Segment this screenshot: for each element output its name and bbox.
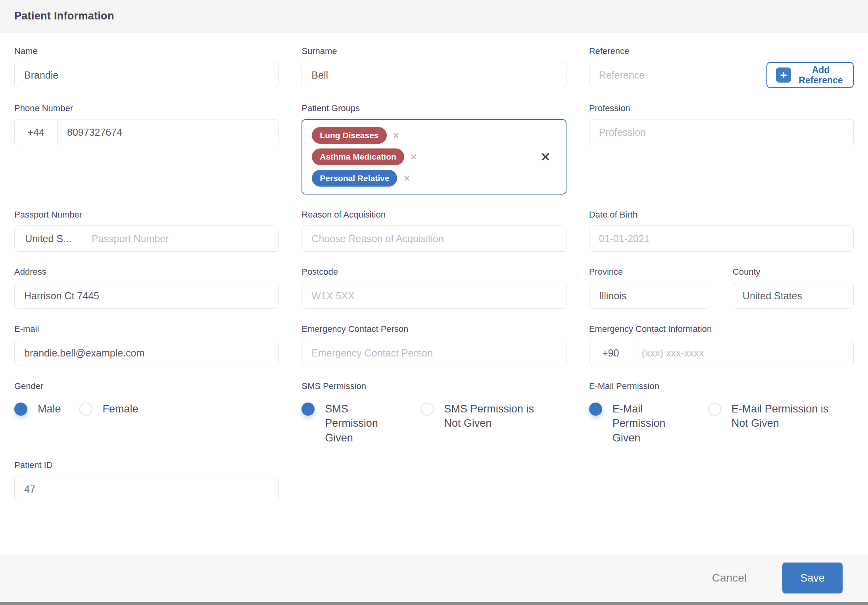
radio-selected-icon [589,403,602,416]
province-label: Province [589,267,710,277]
phone-country-code-select[interactable]: +44 [15,119,58,145]
name-field-group: Name [14,46,279,88]
save-button[interactable]: Save [782,563,843,593]
form-footer: Cancel Save [0,554,868,602]
postcode-field-group: Postcode [301,267,566,309]
email-input[interactable] [14,340,279,366]
patient-information-form: Patient Information Name Surname Referen… [0,0,868,605]
county-label: County [733,267,854,277]
surname-label: Surname [301,46,566,56]
patient-group-tag: Asthma Medication [312,148,404,165]
remove-tag-icon[interactable]: ✕ [403,174,410,183]
surname-field-group: Surname [301,46,566,88]
patient-groups-select[interactable]: Lung Diseases ✕ Asthma Medication ✕ Pers… [301,119,566,195]
dob-field-group: Date of Birth [589,210,854,252]
phone-label: Phone Number [14,103,279,114]
patient-group-tag: Personal Relative [312,170,397,187]
phone-input[interactable] [58,119,278,145]
address-input[interactable] [14,283,279,309]
profession-field-group: Profession [589,103,854,145]
name-label: Name [14,46,279,56]
dob-input[interactable] [589,225,854,252]
patient-group-tag-row: Asthma Medication ✕ [312,148,556,165]
reason-select[interactable] [301,225,566,252]
email-permission-given-radio[interactable]: E-Mail Permission Given [589,402,708,445]
remove-tag-icon[interactable]: ✕ [411,152,417,162]
province-input[interactable] [589,283,710,309]
province-field-group: Province [589,267,710,309]
patient-id-label: Patient ID [14,460,279,470]
sms-permission-field-group: SMS Permission SMS Permission Given SMS … [301,381,566,445]
passport-input[interactable] [82,226,278,251]
gender-female-radio[interactable]: Female [79,402,138,416]
county-input[interactable] [733,283,854,309]
gender-label: Gender [14,381,279,391]
dob-label: Date of Birth [589,210,854,220]
email-permission-label: E-Mail Permission [589,381,854,391]
clear-all-icon[interactable]: ✕ [541,150,551,164]
form-content: Name Surname Reference + Add Reference [0,33,868,502]
radio-unselected-icon [79,403,92,416]
reference-label: Reference [589,46,854,56]
gender-male-radio[interactable]: Male [14,402,61,416]
gender-field-group: Gender Male Female [14,381,279,416]
passport-field-group: Passport Number United S... [14,210,279,252]
radio-unselected-icon [708,403,721,416]
email-label: E-mail [14,324,279,334]
radio-unselected-icon [421,403,434,416]
county-field-group: County [733,267,854,309]
emergency-person-input[interactable] [301,340,566,366]
radio-selected-icon [301,403,315,416]
patient-group-tag: Lung Diseases [312,127,386,144]
bottom-scrollbar[interactable] [0,602,868,605]
add-reference-label: Add Reference [797,65,844,86]
sms-permission-radio-group: SMS Permission Given SMS Permission is N… [301,402,566,445]
reference-input[interactable] [589,62,767,88]
patient-id-input[interactable] [14,476,279,502]
patient-groups-label: Patient Groups [301,103,566,114]
profession-input[interactable] [589,119,854,145]
patient-id-field-group: Patient ID [14,460,279,502]
emergency-person-label: Emergency Contact Person [301,324,566,334]
emergency-info-label: Emergency Contact Information [589,324,854,334]
radio-selected-icon [14,403,27,416]
emergency-info-field-group: Emergency Contact Information +90 [589,324,854,366]
page-title: Patient Information [14,10,114,22]
plus-icon: + [776,67,791,83]
email-permission-field-group: E-Mail Permission E-Mail Permission Give… [589,381,854,445]
sms-permission-given-radio[interactable]: SMS Permission Given [301,402,421,445]
email-permission-not-given-radio[interactable]: E-Mail Permission is Not Given [708,402,833,431]
address-label: Address [14,267,279,277]
profession-label: Profession [589,103,854,114]
surname-input[interactable] [301,62,566,88]
emergency-info-input[interactable] [632,340,853,366]
emergency-country-code-select[interactable]: +90 [590,340,632,366]
add-reference-button[interactable]: + Add Reference [766,62,854,88]
gender-radio-group: Male Female [14,402,279,416]
emergency-person-field-group: Emergency Contact Person [301,324,566,366]
passport-label: Passport Number [14,210,279,220]
sms-permission-not-given-radio[interactable]: SMS Permission is Not Given [421,402,545,431]
name-input[interactable] [14,62,279,88]
patient-group-tag-row: Lung Diseases ✕ [312,127,556,144]
remove-tag-icon[interactable]: ✕ [393,131,399,140]
postcode-label: Postcode [301,267,566,277]
passport-country-select[interactable]: United S... [15,226,82,251]
form-header: Patient Information [0,0,868,33]
address-field-group: Address [14,267,279,309]
reason-label: Reason of Acquisition [301,210,566,220]
phone-field-group: Phone Number +44 [14,103,279,145]
email-field-group: E-mail [14,324,279,366]
patient-group-tag-row: Personal Relative ✕ [312,170,556,187]
sms-permission-label: SMS Permission [301,381,566,391]
cancel-button[interactable]: Cancel [712,572,747,584]
reference-field-group: Reference + Add Reference [589,46,854,88]
postcode-input[interactable] [301,283,566,309]
email-permission-radio-group: E-Mail Permission Given E-Mail Permissio… [589,402,854,445]
patient-groups-field-group: Patient Groups Lung Diseases ✕ Asthma Me… [301,103,566,195]
reason-field-group: Reason of Acquisition [301,210,566,252]
